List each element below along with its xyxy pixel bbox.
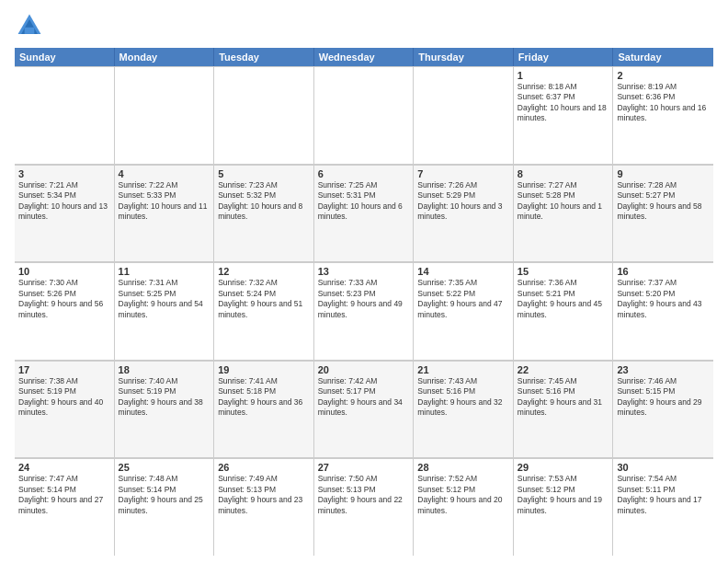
day-info: Sunrise: 7:26 AMSunset: 5:29 PMDaylight:…	[417, 180, 509, 223]
calendar-cell-empty-1	[115, 66, 215, 164]
day-number: 21	[417, 364, 509, 375]
day-info: Sunrise: 7:37 AMSunset: 5:20 PMDaylight:…	[617, 278, 710, 320]
day-info: Sunrise: 7:36 AMSunset: 5:21 PMDaylight:…	[518, 278, 609, 320]
day-info: Sunrise: 7:53 AMSunset: 5:12 PMDaylight:…	[518, 474, 609, 516]
day-number: 2	[617, 70, 710, 81]
day-number: 12	[218, 266, 310, 277]
calendar-row-2: 10Sunrise: 7:30 AMSunset: 5:26 PMDayligh…	[15, 262, 713, 361]
calendar-cell-1: 1Sunrise: 8:18 AMSunset: 6:37 PMDaylight…	[514, 66, 614, 164]
day-number: 10	[18, 266, 110, 277]
day-info: Sunrise: 7:41 AMSunset: 5:18 PMDaylight:…	[218, 376, 310, 419]
calendar-cell-8: 8Sunrise: 7:27 AMSunset: 5:28 PMDaylight…	[514, 165, 614, 262]
logo	[15, 11, 48, 40]
day-number: 30	[617, 462, 710, 473]
day-info: Sunrise: 7:30 AMSunset: 5:26 PMDaylight:…	[18, 278, 110, 320]
day-number: 8	[518, 168, 609, 179]
day-number: 29	[518, 462, 609, 473]
day-info: Sunrise: 7:46 AMSunset: 5:15 PMDaylight:…	[617, 376, 710, 419]
day-info: Sunrise: 8:19 AMSunset: 6:36 PMDaylight:…	[617, 82, 710, 124]
day-number: 5	[218, 168, 310, 179]
day-info: Sunrise: 7:50 AMSunset: 5:13 PMDaylight:…	[318, 474, 410, 516]
calendar-body: 1Sunrise: 8:18 AMSunset: 6:37 PMDaylight…	[15, 66, 713, 556]
calendar-cell-29: 29Sunrise: 7:53 AMSunset: 5:12 PMDayligh…	[514, 458, 614, 556]
day-info: Sunrise: 7:45 AMSunset: 5:16 PMDaylight:…	[518, 376, 609, 419]
day-info: Sunrise: 7:27 AMSunset: 5:28 PMDaylight:…	[518, 180, 609, 223]
day-number: 23	[617, 364, 710, 375]
calendar-cell-10: 10Sunrise: 7:30 AMSunset: 5:26 PMDayligh…	[15, 262, 115, 360]
calendar-cell-11: 11Sunrise: 7:31 AMSunset: 5:25 PMDayligh…	[115, 262, 215, 360]
day-info: Sunrise: 7:32 AMSunset: 5:24 PMDaylight:…	[218, 278, 310, 320]
calendar-cell-26: 26Sunrise: 7:49 AMSunset: 5:13 PMDayligh…	[214, 458, 314, 556]
calendar: SundayMondayTuesdayWednesdayThursdayFrid…	[15, 48, 713, 556]
day-info: Sunrise: 7:40 AMSunset: 5:19 PMDaylight:…	[119, 376, 210, 419]
calendar-cell-6: 6Sunrise: 7:25 AMSunset: 5:31 PMDaylight…	[314, 165, 415, 262]
day-number: 17	[18, 364, 110, 375]
calendar-cell-23: 23Sunrise: 7:46 AMSunset: 5:15 PMDayligh…	[613, 361, 713, 458]
day-number: 22	[518, 364, 609, 375]
header-day-wednesday: Wednesday	[314, 48, 415, 66]
calendar-cell-14: 14Sunrise: 7:35 AMSunset: 5:22 PMDayligh…	[414, 262, 514, 360]
calendar-cell-empty-3	[314, 66, 415, 164]
calendar-cell-22: 22Sunrise: 7:45 AMSunset: 5:16 PMDayligh…	[514, 361, 614, 458]
calendar-cell-17: 17Sunrise: 7:38 AMSunset: 5:19 PMDayligh…	[15, 361, 115, 458]
header-day-thursday: Thursday	[414, 48, 514, 66]
calendar-row-1: 3Sunrise: 7:21 AMSunset: 5:34 PMDaylight…	[15, 165, 713, 263]
day-info: Sunrise: 7:33 AMSunset: 5:23 PMDaylight:…	[318, 278, 410, 320]
day-number: 20	[318, 364, 410, 375]
day-info: Sunrise: 7:52 AMSunset: 5:12 PMDaylight:…	[417, 474, 509, 516]
calendar-cell-20: 20Sunrise: 7:42 AMSunset: 5:17 PMDayligh…	[314, 361, 415, 458]
calendar-cell-21: 21Sunrise: 7:43 AMSunset: 5:16 PMDayligh…	[414, 361, 514, 458]
header-day-tuesday: Tuesday	[214, 48, 314, 66]
day-info: Sunrise: 7:43 AMSunset: 5:16 PMDaylight:…	[417, 376, 509, 419]
calendar-cell-19: 19Sunrise: 7:41 AMSunset: 5:18 PMDayligh…	[214, 361, 314, 458]
header-day-sunday: Sunday	[15, 48, 115, 66]
calendar-cell-12: 12Sunrise: 7:32 AMSunset: 5:24 PMDayligh…	[214, 262, 314, 360]
calendar-row-3: 17Sunrise: 7:38 AMSunset: 5:19 PMDayligh…	[15, 361, 713, 459]
calendar-cell-empty-0	[15, 66, 115, 164]
day-info: Sunrise: 7:48 AMSunset: 5:14 PMDaylight:…	[119, 474, 210, 516]
header-day-friday: Friday	[514, 48, 614, 66]
day-number: 13	[318, 266, 410, 277]
day-number: 14	[417, 266, 509, 277]
day-number: 9	[617, 168, 710, 179]
day-info: Sunrise: 7:21 AMSunset: 5:34 PMDaylight:…	[18, 180, 110, 223]
calendar-cell-30: 30Sunrise: 7:54 AMSunset: 5:11 PMDayligh…	[613, 458, 713, 556]
day-number: 26	[218, 462, 310, 473]
calendar-cell-25: 25Sunrise: 7:48 AMSunset: 5:14 PMDayligh…	[115, 458, 215, 556]
calendar-row-4: 24Sunrise: 7:47 AMSunset: 5:14 PMDayligh…	[15, 458, 713, 556]
calendar-cell-28: 28Sunrise: 7:52 AMSunset: 5:12 PMDayligh…	[414, 458, 514, 556]
calendar-cell-3: 3Sunrise: 7:21 AMSunset: 5:34 PMDaylight…	[15, 165, 115, 262]
calendar-header: SundayMondayTuesdayWednesdayThursdayFrid…	[15, 48, 713, 66]
day-number: 11	[119, 266, 210, 277]
day-info: Sunrise: 7:47 AMSunset: 5:14 PMDaylight:…	[18, 474, 110, 516]
day-number: 15	[518, 266, 609, 277]
calendar-row-0: 1Sunrise: 8:18 AMSunset: 6:37 PMDaylight…	[15, 66, 713, 165]
day-info: Sunrise: 7:31 AMSunset: 5:25 PMDaylight:…	[119, 278, 210, 320]
calendar-cell-18: 18Sunrise: 7:40 AMSunset: 5:19 PMDayligh…	[115, 361, 215, 458]
day-number: 6	[318, 168, 410, 179]
calendar-cell-15: 15Sunrise: 7:36 AMSunset: 5:21 PMDayligh…	[514, 262, 614, 360]
day-info: Sunrise: 7:38 AMSunset: 5:19 PMDaylight:…	[18, 376, 110, 419]
calendar-cell-empty-2	[214, 66, 314, 164]
day-info: Sunrise: 7:25 AMSunset: 5:31 PMDaylight:…	[318, 180, 410, 223]
calendar-cell-empty-4	[414, 66, 514, 164]
calendar-cell-24: 24Sunrise: 7:47 AMSunset: 5:14 PMDayligh…	[15, 458, 115, 556]
day-number: 16	[617, 266, 710, 277]
calendar-cell-5: 5Sunrise: 7:23 AMSunset: 5:32 PMDaylight…	[214, 165, 314, 262]
calendar-cell-27: 27Sunrise: 7:50 AMSunset: 5:13 PMDayligh…	[314, 458, 415, 556]
day-number: 19	[218, 364, 310, 375]
calendar-cell-2: 2Sunrise: 8:19 AMSunset: 6:36 PMDaylight…	[613, 66, 713, 164]
day-number: 1	[518, 70, 609, 81]
header-day-monday: Monday	[115, 48, 215, 66]
day-info: Sunrise: 7:22 AMSunset: 5:33 PMDaylight:…	[119, 180, 210, 223]
day-number: 7	[417, 168, 509, 179]
calendar-cell-13: 13Sunrise: 7:33 AMSunset: 5:23 PMDayligh…	[314, 262, 415, 360]
day-number: 4	[119, 168, 210, 179]
day-info: Sunrise: 7:49 AMSunset: 5:13 PMDaylight:…	[218, 474, 310, 516]
day-number: 3	[18, 168, 110, 179]
day-number: 28	[417, 462, 509, 473]
calendar-cell-16: 16Sunrise: 7:37 AMSunset: 5:20 PMDayligh…	[613, 262, 713, 360]
day-info: Sunrise: 7:54 AMSunset: 5:11 PMDaylight:…	[617, 474, 710, 516]
day-info: Sunrise: 7:28 AMSunset: 5:27 PMDaylight:…	[617, 180, 710, 223]
calendar-cell-7: 7Sunrise: 7:26 AMSunset: 5:29 PMDaylight…	[414, 165, 514, 262]
